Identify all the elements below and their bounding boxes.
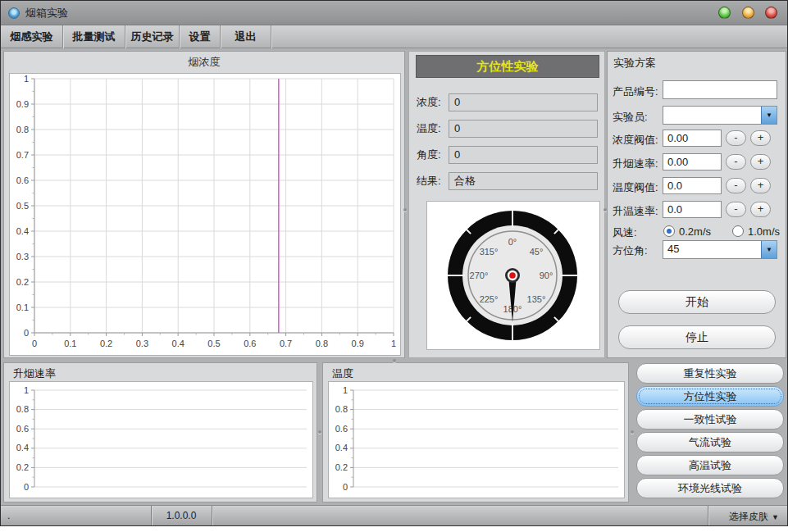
svg-text:315°: 315° bbox=[480, 247, 499, 257]
maximize-button[interactable] bbox=[742, 7, 754, 19]
svg-text:0°: 0° bbox=[508, 237, 517, 247]
compass-gauge-box: 0°45°90°135°180°225°270°315° bbox=[426, 201, 600, 350]
splitter-handle[interactable] bbox=[393, 359, 396, 362]
concentration-chart-title: 烟浓度 bbox=[4, 55, 404, 70]
concentration-chart-group: 烟浓度 00.10.20.30.40.50.60.70.80.9100.10.2… bbox=[3, 51, 405, 358]
menu-item-exit[interactable]: 退出 bbox=[221, 25, 271, 48]
app-version: 1.0.0.0 bbox=[151, 510, 212, 521]
svg-text:0.9: 0.9 bbox=[16, 99, 29, 109]
operator-label: 实验员: bbox=[613, 110, 648, 125]
window-bottom-edge bbox=[1, 525, 787, 526]
repeatability-test-button[interactable]: 重复性实验 bbox=[636, 363, 784, 384]
menu-item-smoke-test[interactable]: 烟感实验 bbox=[1, 25, 63, 48]
plan-panel-title: 实验方案 bbox=[613, 56, 656, 70]
temp-rate-plus-button[interactable]: + bbox=[750, 202, 771, 217]
menu-item-batch-test[interactable]: 批量测试 bbox=[63, 25, 125, 48]
app-icon bbox=[8, 7, 20, 19]
svg-text:0: 0 bbox=[24, 328, 29, 338]
conc-threshold-input[interactable] bbox=[663, 130, 722, 147]
start-button[interactable]: 开始 bbox=[618, 290, 776, 314]
svg-text:0.9: 0.9 bbox=[352, 339, 364, 348]
splitter-handle[interactable] bbox=[604, 208, 607, 211]
conc-threshold-label: 浓度阀值: bbox=[613, 133, 658, 148]
experiment-buttons-column: 重复性实验 方位性实验 一致性试验 气流试验 高温试验 环境光线试验 bbox=[634, 362, 786, 502]
svg-text:0: 0 bbox=[32, 339, 37, 348]
wind-02-radio[interactable] bbox=[663, 225, 675, 237]
airflow-test-button[interactable]: 气流试验 bbox=[636, 432, 784, 452]
svg-text:0.7: 0.7 bbox=[16, 150, 29, 160]
angle-label: 角度: bbox=[417, 148, 441, 162]
svg-text:0.6: 0.6 bbox=[335, 424, 348, 434]
status-bar: . 1.0.0.0 选择皮肤▼ bbox=[1, 505, 787, 525]
conc-threshold-plus-button[interactable]: + bbox=[750, 130, 771, 146]
wind-speed-label: 风速: bbox=[613, 225, 637, 240]
smoke-rate-minus-button[interactable]: - bbox=[726, 154, 746, 170]
smoke-rate-input[interactable] bbox=[663, 153, 722, 171]
svg-text:0.6: 0.6 bbox=[16, 424, 29, 434]
temp-threshold-label: 温度阀值: bbox=[613, 180, 658, 195]
status-separator bbox=[212, 506, 212, 525]
skin-selector-label: 选择皮肤 bbox=[729, 511, 768, 522]
svg-text:0.2: 0.2 bbox=[16, 462, 29, 472]
field-row-angle: 角度: 0 bbox=[409, 146, 604, 164]
svg-text:0.4: 0.4 bbox=[335, 443, 348, 452]
svg-text:1: 1 bbox=[391, 339, 396, 348]
temp-rate-input[interactable] bbox=[663, 201, 722, 218]
status-left-text: . bbox=[7, 510, 10, 521]
product-id-input[interactable] bbox=[663, 80, 777, 99]
smoke-rate-label: 升烟速率: bbox=[613, 157, 658, 171]
skin-selector[interactable]: 选择皮肤▼ bbox=[729, 510, 779, 524]
svg-text:0.2: 0.2 bbox=[100, 339, 112, 348]
field-row-temperature: 温度: 0 bbox=[409, 120, 604, 138]
svg-text:0.8: 0.8 bbox=[335, 404, 348, 414]
temperature-label: 温度: bbox=[417, 121, 441, 136]
temp-rate-minus-button[interactable]: - bbox=[726, 202, 746, 217]
result-label: 结果: bbox=[417, 174, 441, 189]
splitter-handle[interactable] bbox=[403, 208, 407, 211]
stop-button[interactable]: 停止 bbox=[618, 325, 776, 349]
compass-gauge-icon: 0°45°90°135°180°225°270°315° bbox=[427, 202, 599, 349]
directional-test-button[interactable]: 方位性实验 bbox=[636, 386, 784, 407]
consistency-test-button[interactable]: 一致性试验 bbox=[636, 409, 784, 430]
svg-text:0.8: 0.8 bbox=[16, 404, 29, 414]
wind-10-radio[interactable] bbox=[732, 225, 744, 237]
smoke-rate-chart-title: 升烟速率 bbox=[13, 366, 56, 381]
svg-text:0.5: 0.5 bbox=[16, 201, 29, 211]
smoke-rate-plus-button[interactable]: + bbox=[750, 154, 771, 170]
svg-text:0.8: 0.8 bbox=[316, 339, 328, 348]
svg-text:0.6: 0.6 bbox=[244, 339, 256, 348]
menu-item-history[interactable]: 历史记录 bbox=[125, 25, 180, 48]
temperature-chart-svg: 00.20.40.60.81 bbox=[329, 382, 624, 498]
temp-threshold-minus-button[interactable]: - bbox=[726, 178, 746, 193]
azimuth-dropdown-button[interactable]: ▼ bbox=[761, 241, 777, 258]
field-row-result: 结果: 合格 bbox=[409, 172, 604, 190]
azimuth-combobox[interactable]: 45 ▼ bbox=[663, 240, 777, 259]
svg-text:45°: 45° bbox=[530, 247, 544, 257]
svg-text:0.2: 0.2 bbox=[16, 277, 29, 287]
temperature-chart-plot: 00.20.40.60.81 bbox=[328, 381, 625, 498]
high-temp-test-button[interactable]: 高温试验 bbox=[636, 455, 784, 475]
splitter-handle[interactable] bbox=[631, 430, 634, 434]
svg-text:0.4: 0.4 bbox=[172, 339, 184, 348]
ambient-light-test-button[interactable]: 环境光线试验 bbox=[636, 478, 784, 498]
azimuth-label: 方位角: bbox=[613, 243, 648, 258]
result-value: 合格 bbox=[449, 172, 598, 190]
svg-text:270°: 270° bbox=[470, 271, 489, 280]
conc-threshold-minus-button[interactable]: - bbox=[726, 130, 746, 146]
operator-combobox[interactable]: ▼ bbox=[663, 106, 777, 125]
smoke-rate-chart-svg: 00.20.40.60.81 bbox=[10, 382, 312, 498]
svg-text:0.7: 0.7 bbox=[280, 339, 292, 348]
temp-threshold-plus-button[interactable]: + bbox=[750, 178, 771, 193]
close-button[interactable] bbox=[765, 7, 777, 19]
menu-item-settings[interactable]: 设置 bbox=[180, 25, 221, 48]
concentration-label: 浓度: bbox=[417, 95, 441, 110]
minimize-button[interactable] bbox=[718, 7, 731, 19]
svg-text:1: 1 bbox=[24, 74, 29, 84]
splitter-handle[interactable] bbox=[318, 430, 321, 434]
svg-text:0.4: 0.4 bbox=[16, 443, 29, 452]
operator-dropdown-button[interactable]: ▼ bbox=[761, 107, 777, 124]
temp-threshold-input[interactable] bbox=[663, 177, 722, 194]
plan-panel: 实验方案 产品编号: 实验员: ▼ 浓度阀值: - + 升烟速率: - + 温度… bbox=[607, 51, 786, 358]
azimuth-value: 45 bbox=[667, 243, 679, 255]
title-bar: 烟箱实验 bbox=[1, 1, 787, 25]
